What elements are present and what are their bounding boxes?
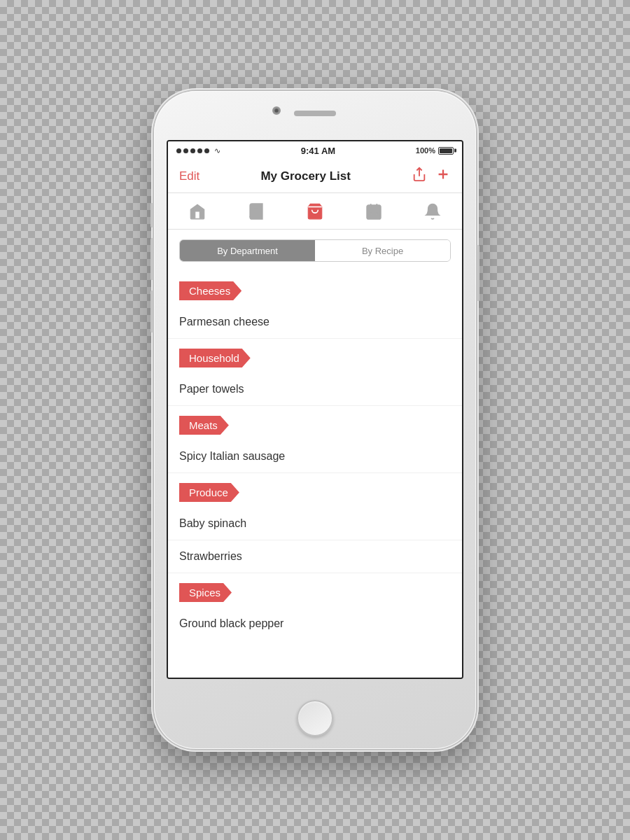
ribbon-cheeses: Cheeses (179, 281, 241, 300)
tab-recipes[interactable] (239, 198, 274, 225)
signal-dot-2 (183, 148, 188, 153)
side-btn-vol-up (150, 238, 153, 280)
ribbon-produce: Produce (179, 483, 239, 502)
list-item[interactable]: Paper towels (168, 373, 462, 406)
side-btn-power (477, 245, 479, 301)
battery-fill (440, 148, 452, 153)
segment-by-recipe[interactable]: By Recipe (315, 240, 450, 261)
list-item[interactable]: Ground black pepper (168, 608, 462, 640)
category-spices: Spices (179, 583, 232, 602)
home-button[interactable] (297, 700, 333, 736)
share-icon[interactable] (412, 167, 427, 186)
side-btn-mute (150, 203, 153, 227)
signal-dot-3 (190, 148, 195, 153)
battery-icon (438, 147, 454, 155)
signal-dot-1 (176, 148, 181, 153)
signal-dot-5 (204, 148, 209, 153)
list-item[interactable]: Baby spinach (168, 507, 462, 540)
list-item[interactable]: Parmesan cheese (168, 306, 462, 339)
segment-by-department[interactable]: By Department (180, 240, 315, 261)
side-btn-vol-down (150, 290, 153, 332)
grocery-list: Cheeses Parmesan cheese Household Paper … (168, 272, 462, 678)
phone-speaker (294, 111, 336, 116)
category-meats: Meats (179, 416, 229, 435)
tab-notifications[interactable] (415, 198, 450, 225)
category-produce: Produce (179, 483, 239, 502)
ribbon-spices: Spices (179, 583, 232, 602)
battery-percent: 100% (416, 146, 435, 155)
status-time: 9:41 AM (301, 146, 335, 156)
list-item[interactable]: Spicy Italian sausage (168, 440, 462, 473)
status-battery: 100% (416, 146, 454, 155)
edit-button[interactable]: Edit (179, 169, 200, 183)
signal-dot-4 (197, 148, 202, 153)
segment-control: By Department By Recipe (179, 239, 451, 262)
tab-home[interactable] (180, 198, 215, 225)
nav-bar: Edit My Grocery List (168, 160, 462, 193)
phone-frame: ∿ 9:41 AM 100% Edit My Grocery List (154, 91, 476, 749)
page-title: My Grocery List (260, 169, 351, 183)
svg-rect-10 (370, 212, 372, 214)
wifi-icon: ∿ (214, 146, 220, 155)
ribbon-meats: Meats (179, 416, 229, 435)
phone-camera (272, 106, 281, 115)
nav-actions (412, 167, 451, 186)
tab-cart[interactable] (298, 198, 332, 225)
ribbon-household: Household (179, 349, 251, 368)
svg-rect-11 (375, 212, 377, 214)
category-cheeses: Cheeses (179, 281, 241, 300)
list-item[interactable]: Strawberries (168, 540, 462, 573)
tab-calendar[interactable] (356, 198, 391, 225)
category-household: Household (179, 349, 251, 368)
svg-rect-6 (367, 205, 381, 219)
status-bar: ∿ 9:41 AM 100% (168, 141, 462, 160)
phone-screen: ∿ 9:41 AM 100% Edit My Grocery List (167, 140, 463, 679)
add-item-button[interactable] (435, 167, 451, 186)
tab-bar (168, 193, 462, 230)
status-signal: ∿ (176, 146, 220, 155)
